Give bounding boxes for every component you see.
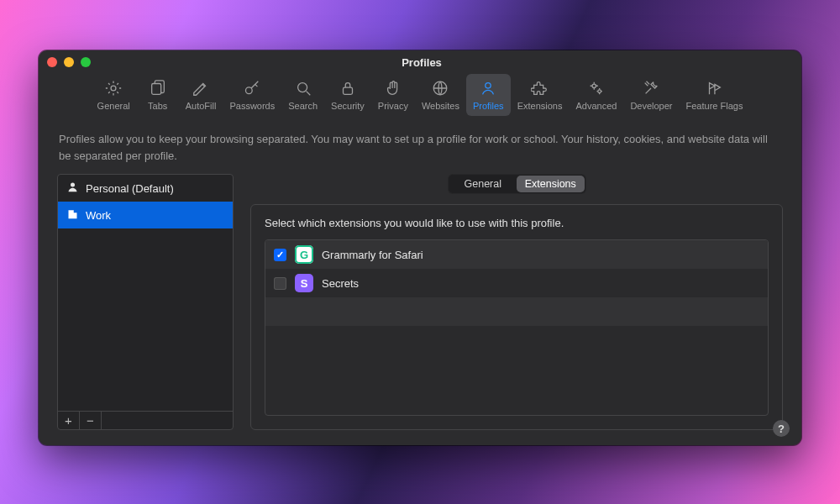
tab-label: Tabs	[148, 101, 167, 111]
tab-autofill[interactable]: AutoFill	[179, 74, 223, 116]
tab-developer[interactable]: Developer	[623, 74, 679, 116]
hand-icon	[384, 79, 402, 99]
tab-label: Developer	[630, 101, 672, 111]
tab-label: Extensions	[517, 101, 563, 111]
extension-app-icon: S	[295, 274, 313, 292]
tab-passwords[interactable]: Passwords	[223, 74, 281, 116]
extension-app-icon: G	[295, 245, 313, 264]
titlebar: Profiles	[39, 50, 801, 74]
tabs-icon	[149, 79, 167, 99]
globe-icon	[431, 79, 449, 99]
pencil-icon	[192, 79, 210, 99]
gears-icon	[587, 79, 606, 99]
tab-general[interactable]: General	[91, 74, 137, 116]
zoom-window-button[interactable]	[81, 57, 91, 67]
svg-point-6	[486, 83, 491, 88]
profile-detail-pane: General Extensions Select which extensio…	[250, 174, 783, 430]
svg-rect-1	[151, 84, 160, 95]
svg-point-9	[71, 183, 75, 187]
window-controls	[47, 57, 91, 67]
flags-icon	[705, 79, 723, 99]
tab-label: Profiles	[473, 101, 504, 111]
search-icon	[294, 79, 312, 99]
tab-advanced[interactable]: Advanced	[569, 74, 623, 116]
sidebar-footer: + −	[58, 411, 233, 429]
svg-point-3	[297, 83, 307, 92]
building-icon	[66, 207, 79, 223]
tab-extensions[interactable]: Extensions	[511, 74, 570, 116]
sidebar-item-personal[interactable]: Personal (Default)	[58, 175, 233, 202]
profiles-sidebar: Personal (Default) Work + −	[57, 174, 234, 430]
tab-label: Websites	[422, 101, 459, 111]
tab-label: Passwords	[229, 101, 275, 111]
gear-icon	[104, 79, 123, 99]
detail-segmented-control: General Extensions	[448, 174, 586, 194]
tab-label: Advanced	[575, 101, 617, 111]
svg-point-8	[598, 90, 601, 93]
profiles-list: Personal (Default) Work	[58, 175, 233, 411]
puzzle-icon	[531, 79, 549, 99]
lock-icon	[339, 79, 357, 99]
sidebar-item-label: Personal (Default)	[86, 182, 174, 195]
segment-general[interactable]: General	[449, 176, 517, 192]
extension-row-empty	[265, 326, 768, 354]
svg-point-7	[592, 84, 596, 87]
add-profile-button[interactable]: +	[58, 412, 80, 429]
tab-websites[interactable]: Websites	[415, 74, 466, 116]
person-icon	[479, 79, 497, 99]
extension-checkbox[interactable]	[274, 277, 286, 290]
key-icon	[243, 79, 261, 99]
segmented-control-wrap: General Extensions	[250, 174, 783, 194]
tab-label: Privacy	[378, 101, 408, 111]
svg-point-0	[111, 86, 116, 91]
extension-row-empty	[265, 297, 768, 326]
tab-feature-flags[interactable]: Feature Flags	[680, 74, 750, 116]
window-title: Profiles	[91, 56, 753, 69]
remove-profile-button[interactable]: −	[80, 412, 102, 429]
extensions-list: G Grammarly for Safari S Secrets	[265, 239, 769, 416]
tools-icon	[642, 79, 660, 99]
svg-rect-4	[343, 87, 352, 94]
tab-security[interactable]: Security	[324, 74, 371, 116]
svg-point-2	[246, 87, 253, 94]
tab-privacy[interactable]: Privacy	[371, 74, 415, 116]
content-body: Personal (Default) Work + − General Exte…	[39, 174, 801, 445]
extension-checkbox[interactable]	[274, 249, 286, 261]
person-icon	[66, 181, 79, 196]
tab-label: Search	[288, 101, 318, 111]
tab-label: AutoFill	[186, 101, 217, 111]
extensions-panel: Select which extensions you would like t…	[250, 204, 783, 430]
tab-search[interactable]: Search	[281, 74, 324, 116]
preferences-toolbar: General Tabs AutoFill Passwords Search S…	[39, 74, 801, 121]
tab-label: General	[97, 101, 130, 111]
sidebar-item-work[interactable]: Work	[58, 202, 233, 228]
extension-row[interactable]: G Grammarly for Safari	[265, 240, 768, 269]
tab-tabs[interactable]: Tabs	[137, 74, 179, 116]
extension-row[interactable]: S Secrets	[265, 269, 768, 297]
tab-profiles[interactable]: Profiles	[466, 74, 511, 116]
extensions-panel-description: Select which extensions you would like t…	[265, 217, 769, 229]
close-window-button[interactable]	[47, 57, 57, 67]
extension-name: Secrets	[322, 277, 359, 290]
profiles-description: Profiles allow you to keep your browsing…	[39, 121, 801, 174]
minimize-window-button[interactable]	[64, 57, 74, 67]
tab-label: Feature Flags	[686, 101, 743, 111]
tab-label: Security	[331, 101, 365, 111]
help-button[interactable]: ?	[773, 420, 790, 437]
segment-extensions[interactable]: Extensions	[517, 176, 585, 192]
preferences-window: Profiles General Tabs AutoFill Passwords…	[39, 50, 801, 445]
sidebar-item-label: Work	[86, 209, 111, 222]
extension-name: Grammarly for Safari	[322, 249, 423, 261]
